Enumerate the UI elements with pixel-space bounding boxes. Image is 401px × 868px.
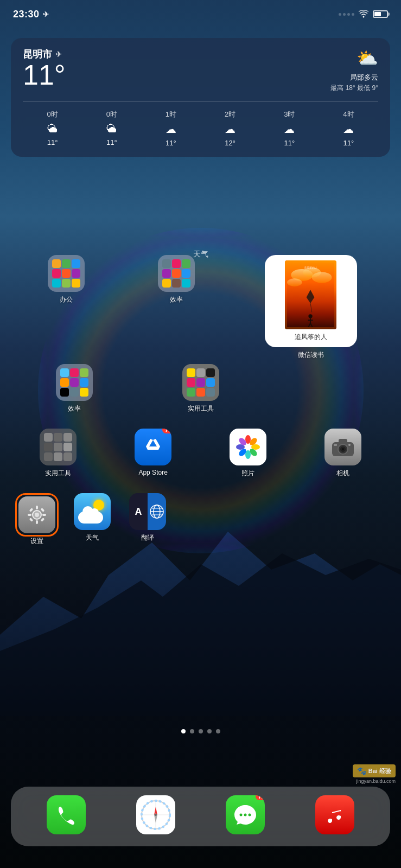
photos-icon <box>230 429 266 465</box>
svg-rect-36 <box>42 514 46 516</box>
camera-logo <box>331 437 355 457</box>
svg-rect-40 <box>41 518 45 522</box>
weather-city-section: 昆明市 ✈ 11° <box>23 48 66 92</box>
weather-hour-4: 3时 ☁ 11° <box>260 110 319 147</box>
app-item-settings[interactable]: 设置 <box>15 493 59 546</box>
svg-rect-35 <box>28 514 31 516</box>
folder-mini <box>72 279 80 288</box>
app-item-efficiency1[interactable]: 效率 <box>155 255 198 304</box>
weather-hour-3: 2时 ☁ 12° <box>201 110 260 147</box>
dock-item-phone[interactable] <box>44 795 88 838</box>
safari-icon <box>136 795 175 834</box>
folder-mini <box>62 269 71 278</box>
app-label-efficiency2: 效率 <box>68 404 81 413</box>
folder-mini <box>80 368 88 377</box>
page-dot-5[interactable] <box>216 729 220 733</box>
svg-rect-34 <box>36 520 38 524</box>
folder-mini <box>196 368 205 377</box>
app-item-photos[interactable]: 照片 <box>226 429 270 478</box>
app-item-tools2[interactable]: 实用工具 <box>36 429 80 478</box>
folder-tools1-icon <box>182 364 219 401</box>
dock-item-safari[interactable] <box>134 795 177 838</box>
music-logo <box>324 805 345 825</box>
svg-rect-30 <box>334 444 337 446</box>
watermark-site: Bai 经验 <box>368 767 391 775</box>
location-icon: ✈ <box>43 10 49 18</box>
battery-fill <box>374 12 381 16</box>
dock-item-music[interactable] <box>313 795 357 838</box>
folder-mini <box>63 452 72 461</box>
app-item-appstore[interactable]: 76 App Store <box>131 429 175 478</box>
watermark: 🐾 Bai 经验 jingyan.baidu.com <box>353 764 396 784</box>
status-time: 23:30 ✈ <box>13 9 49 20</box>
folder-efficiency2-icon <box>56 364 93 401</box>
folder-mini <box>44 452 53 461</box>
weather-cloud <box>78 512 103 524</box>
folder-mini <box>172 269 181 278</box>
music-icon <box>315 795 354 834</box>
folder-mini <box>62 259 71 268</box>
folder-mini <box>60 368 69 377</box>
folder-mini <box>80 388 88 397</box>
app-label-tools2: 实用工具 <box>45 469 71 478</box>
app-item-translate[interactable]: A 翻译 <box>126 493 169 546</box>
app-row-4: 设置 天气 A <box>11 493 390 546</box>
svg-rect-39 <box>29 518 34 522</box>
safari-logo <box>140 799 171 831</box>
svg-point-32 <box>35 513 39 517</box>
weather-highlow: 最高 18° 最低 9° <box>330 84 378 93</box>
app-item-office[interactable]: 办公 <box>44 255 88 304</box>
page-dot-2[interactable] <box>190 729 194 733</box>
settings-highlight-border <box>15 493 59 537</box>
phone-icon <box>47 795 86 834</box>
svg-point-54 <box>244 814 246 816</box>
folder-mini <box>182 279 190 288</box>
app-item-wechat-read[interactable]: 追风筝的人 追风筝的人 微信读书 <box>265 255 357 360</box>
weather-low: 最低 9° <box>357 84 378 92</box>
translate-inner: A <box>129 493 166 530</box>
page-dot-4[interactable] <box>207 729 212 733</box>
app-item-efficiency2[interactable]: 效率 <box>53 364 96 413</box>
dock-item-messages[interactable]: 71 <box>224 795 267 838</box>
folder-mini <box>187 378 195 387</box>
folder-mini <box>54 443 62 451</box>
wifi-icon <box>359 10 368 18</box>
phone-logo <box>56 805 77 825</box>
svg-point-23 <box>245 444 251 450</box>
folder-mini <box>187 368 195 377</box>
app-row-1: 办公 效率 <box>11 255 390 360</box>
page-dot-3[interactable] <box>199 729 203 733</box>
svg-point-6 <box>287 278 302 286</box>
app-item-tools1[interactable]: 实用工具 <box>179 364 222 413</box>
app-item-camera[interactable]: 相机 <box>321 429 365 478</box>
appstore-badge: 76 <box>162 429 171 433</box>
folder-mini <box>63 443 72 451</box>
folder-mini <box>72 269 80 278</box>
svg-point-28 <box>342 448 344 450</box>
book-cover: 追风筝的人 <box>285 260 336 329</box>
app-label-translate: 翻译 <box>141 533 154 542</box>
weather-app-icon <box>74 493 111 530</box>
translate-icon: A <box>129 493 166 530</box>
folder-mini <box>206 368 215 377</box>
dot2 <box>343 13 346 16</box>
folder-efficiency1-icon <box>158 255 195 292</box>
page-dot-1[interactable] <box>181 729 186 733</box>
folder-mini <box>44 443 53 451</box>
svg-rect-25 <box>339 439 347 443</box>
app-label-wechat-read: 微信读书 <box>298 350 324 360</box>
folder-tools2-icon <box>40 429 77 465</box>
folder-mini <box>162 269 171 278</box>
watermark-paw: 🐾 <box>357 767 366 775</box>
weather-desc-text: 局部多云 <box>330 73 378 82</box>
weather-hour-2: 1时 ☁ 11° <box>141 110 200 147</box>
app-label-tools1: 实用工具 <box>188 404 214 413</box>
app-item-weather-app[interactable]: 天气 <box>71 493 114 546</box>
app-row-2: 效率 实用工具 <box>11 364 390 413</box>
folder-mini <box>70 378 79 387</box>
weather-temp: 11° <box>23 61 66 89</box>
weather-widget[interactable]: 昆明市 ✈ 11° ⛅ 局部多云 最高 18° 最低 9° 0时 🌥 11° 0… <box>11 38 390 157</box>
weather-top-row: 昆明市 ✈ 11° ⛅ 局部多云 最高 18° 最低 9° <box>23 48 378 93</box>
svg-text:追风筝的人: 追风筝的人 <box>304 266 317 269</box>
svg-rect-33 <box>36 506 38 509</box>
